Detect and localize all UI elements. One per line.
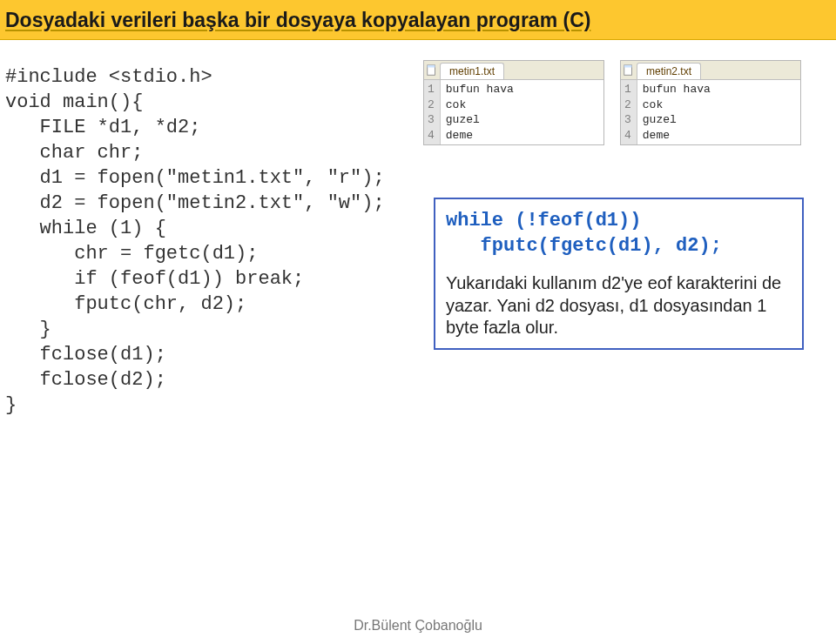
editor-tab: metin2.txt (637, 63, 701, 79)
line-gutter: 1 2 3 4 (424, 80, 441, 144)
editor-tab: metin1.txt (440, 63, 504, 79)
slide-title: Dosyadaki verileri başka bir dosyaya kop… (5, 9, 590, 31)
line-number: 1 (624, 82, 631, 97)
editor-screenshots: metin1.txt 1 2 3 4 bufun hava cok guzel … (423, 60, 827, 145)
line-number: 1 (428, 82, 435, 97)
file-content: bufun hava cok guzel deme (637, 80, 716, 144)
code-line: } (5, 317, 423, 342)
line-number: 4 (428, 128, 435, 144)
file-icon (621, 61, 637, 79)
slide-title-bar: Dosyadaki verileri başka bir dosyaya kop… (0, 0, 836, 40)
code-line: void main(){ (5, 90, 423, 115)
line-number: 2 (624, 97, 631, 113)
slide-footer: Dr.Bülent Çobanoğlu (0, 618, 836, 634)
editor-tabbar: metin1.txt (424, 61, 603, 80)
code-line: fclose(d1); (5, 342, 423, 367)
note-code-line: while (!feof(d1)) (446, 208, 792, 233)
code-line: chr = fgetc(d1); (5, 241, 423, 266)
code-line: d1 = fopen("metin1.txt", "r"); (5, 165, 423, 191)
note-code-line: fputc(fgetc(d1), d2); (446, 233, 792, 258)
code-line: if (feof(d1)) break; (5, 266, 423, 292)
svg-rect-3 (624, 64, 632, 67)
line-number: 4 (624, 128, 631, 144)
code-line: FILE *d1, *d2; (5, 115, 423, 140)
code-line: d2 = fopen("metin2.txt", "w"); (5, 191, 423, 216)
code-line: while (1) { (5, 216, 423, 241)
line-number: 3 (428, 112, 435, 128)
code-line: char chr; (5, 140, 423, 165)
code-line: #include <stdio.h> (5, 64, 423, 90)
note-explanation: Yukarıdaki kullanım d2'ye eof karakterin… (446, 272, 792, 339)
editor-tabbar: metin2.txt (621, 61, 800, 80)
editor-body: 1 2 3 4 bufun hava cok guzel deme (424, 80, 603, 144)
note-box: while (!feof(d1)) fputc(fgetc(d1), d2); … (434, 198, 804, 350)
code-block: #include <stdio.h> void main(){ FILE *d1… (5, 64, 423, 418)
code-line: } (5, 392, 423, 418)
line-number: 2 (428, 97, 435, 113)
code-line: fputc(chr, d2); (5, 292, 423, 317)
editor-window-2: metin2.txt 1 2 3 4 bufun hava cok guzel … (620, 60, 801, 145)
code-line: fclose(d2); (5, 367, 423, 392)
editor-window-1: metin1.txt 1 2 3 4 bufun hava cok guzel … (423, 60, 604, 145)
right-column: metin1.txt 1 2 3 4 bufun hava cok guzel … (423, 64, 827, 418)
svg-rect-1 (428, 64, 435, 67)
file-icon (424, 61, 440, 79)
line-number: 3 (624, 112, 631, 128)
file-content: bufun hava cok guzel deme (441, 80, 519, 144)
main-content: #include <stdio.h> void main(){ FILE *d1… (0, 40, 836, 418)
line-gutter: 1 2 3 4 (621, 80, 637, 144)
editor-body: 1 2 3 4 bufun hava cok guzel deme (621, 80, 800, 144)
